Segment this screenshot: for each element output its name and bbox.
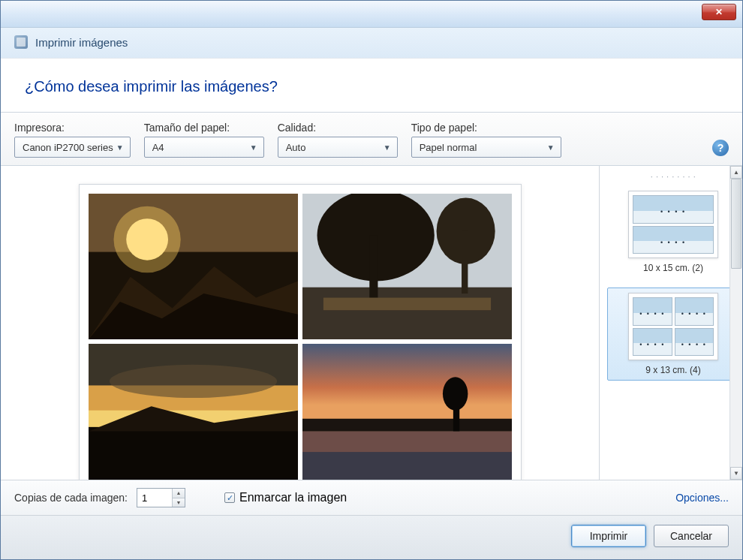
scroll-up-button[interactable]: ▲ (730, 166, 742, 179)
svg-rect-21 (302, 431, 512, 452)
window-title: Imprimir imágenes (35, 36, 128, 49)
paper-type-label: Tipo de papel: (411, 122, 561, 134)
main-area: 1 de 1 página ◄ ► · · · · · · · · · 10 x… (1, 166, 742, 480)
quality-combo[interactable]: Auto ▼ (278, 137, 398, 158)
mini-photo-icon (675, 297, 714, 326)
paper-size-combo[interactable]: A4 ▼ (144, 137, 264, 158)
help-icon[interactable]: ? (712, 140, 729, 156)
svg-rect-16 (89, 427, 298, 480)
quality-option: Calidad: Auto ▼ (278, 122, 398, 158)
photo-thumb-2 (302, 194, 512, 339)
paper-size-label: Tamaño del papel: (144, 122, 264, 134)
print-options-row: Impresora: Canon iP2700 series ▼ Tamaño … (1, 113, 742, 166)
layout-thumb (628, 191, 718, 258)
bottom-options-row: Copias de cada imagen: ▲ ▼ ✓ Enmarcar la… (1, 480, 742, 515)
scroll-thumb[interactable] (731, 179, 741, 269)
chevron-down-icon: ▼ (247, 143, 260, 152)
copies-label: Copias de cada imagen: (14, 492, 128, 504)
paper-type-combo[interactable]: Papel normal ▼ (411, 137, 561, 158)
spinner-down-button[interactable]: ▼ (173, 498, 185, 507)
svg-rect-12 (323, 298, 490, 311)
svg-rect-22 (302, 419, 512, 432)
dialog-buttons: Imprimir Cancelar (1, 515, 742, 559)
printer-combo[interactable]: Canon iP2700 series ▼ (14, 137, 131, 158)
svg-rect-7 (302, 288, 512, 339)
mini-photo-icon (633, 226, 714, 254)
print-pictures-dialog: ✕ Imprimir imágenes ¿Cómo desea imprimir… (0, 0, 743, 560)
spinner-up-button[interactable]: ▲ (173, 489, 185, 498)
close-button[interactable]: ✕ (702, 4, 736, 20)
mini-photo-icon (633, 328, 672, 357)
mini-photo-icon (633, 195, 714, 224)
chevron-down-icon: ▼ (113, 143, 127, 152)
svg-rect-9 (369, 235, 378, 297)
svg-point-18 (109, 365, 276, 398)
page-preview (79, 184, 522, 480)
frame-checkbox-row: ✓ Enmarcar la imagen (224, 491, 347, 504)
scroll-down-button[interactable]: ▼ (730, 467, 742, 480)
mini-photo-icon (675, 328, 714, 357)
print-button[interactable]: Imprimir (571, 525, 646, 547)
chevron-down-icon: ▼ (544, 143, 558, 152)
printer-option: Impresora: Canon iP2700 series ▼ (14, 122, 131, 158)
photo-thumb-4 (302, 344, 512, 480)
paper-size-value: A4 (152, 142, 164, 153)
layouts-column: · · · · · · · · · 10 x 15 cm. (2) 9 x 13… (600, 166, 742, 480)
chevron-down-icon: ▼ (381, 143, 394, 152)
photo-thumb-1 (89, 194, 298, 339)
cancel-button[interactable]: Cancelar (654, 525, 729, 547)
layout-label: 10 x 15 cm. (2) (612, 263, 734, 273)
paper-size-option: Tamaño del papel: A4 ▼ (144, 122, 264, 158)
svg-rect-11 (462, 231, 468, 294)
paper-type-value: Papel normal (420, 142, 477, 153)
titlebar: ✕ (1, 1, 742, 28)
copies-spinner[interactable]: ▲ ▼ (137, 488, 185, 507)
options-link[interactable]: Opciones... (675, 492, 729, 504)
subtitle-row: ¿Cómo desea imprimir las imágenes? (1, 58, 742, 113)
layouts-header: · · · · · · · · · (607, 170, 739, 185)
svg-point-3 (113, 206, 180, 273)
frame-checkbox[interactable]: ✓ (224, 492, 235, 503)
paper-type-option: Tipo de papel: Papel normal ▼ (411, 122, 561, 158)
quality-value: Auto (286, 142, 306, 153)
layout-item-10x15[interactable]: 10 x 15 cm. (2) (607, 185, 739, 278)
app-icon (14, 35, 28, 49)
mini-photo-icon (633, 297, 672, 326)
preview-column: 1 de 1 página ◄ ► (1, 166, 600, 480)
layout-label: 9 x 13 cm. (4) (612, 365, 734, 375)
close-icon: ✕ (715, 7, 723, 17)
layout-thumb (628, 293, 718, 360)
copies-input[interactable] (137, 489, 172, 507)
subtitle: ¿Cómo desea imprimir las imágenes? (25, 78, 718, 95)
svg-point-24 (442, 377, 467, 410)
header: Imprimir imágenes (1, 28, 742, 58)
layout-item-9x13[interactable]: 9 x 13 cm. (4) (607, 288, 739, 381)
frame-label: Enmarcar la imagen (239, 491, 347, 504)
photo-thumb-3 (89, 344, 298, 480)
svg-rect-19 (302, 344, 512, 431)
quality-label: Calidad: (278, 122, 398, 134)
printer-value: Canon iP2700 series (23, 142, 113, 153)
scrollbar[interactable]: ▲ ▼ (729, 166, 742, 480)
printer-label: Impresora: (14, 122, 131, 134)
